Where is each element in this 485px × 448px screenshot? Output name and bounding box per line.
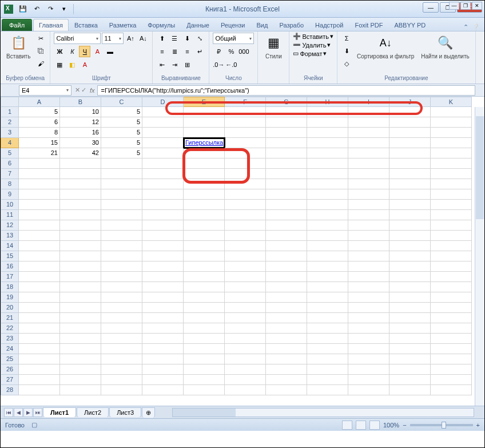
cell[interactable] <box>142 148 184 158</box>
cell[interactable] <box>266 241 307 251</box>
tab-developer[interactable]: Разрабо <box>273 19 309 31</box>
cell[interactable] <box>101 385 142 395</box>
fill-icon[interactable]: ◧ <box>66 59 78 70</box>
font-color-icon[interactable]: A <box>92 46 103 57</box>
cell[interactable] <box>225 251 266 261</box>
zoom-level[interactable]: 100% <box>383 422 399 429</box>
cell[interactable] <box>348 148 389 158</box>
cell[interactable] <box>142 189 184 200</box>
currency-icon[interactable]: ₽ <box>213 46 224 57</box>
cell[interactable] <box>389 303 431 313</box>
cell[interactable] <box>389 117 431 128</box>
cell[interactable] <box>307 128 348 138</box>
cell[interactable] <box>389 251 431 261</box>
italic-button[interactable]: К <box>66 46 78 57</box>
wrap-text-icon[interactable]: ↵ <box>194 46 205 57</box>
styles-button[interactable]: ▦ Стили <box>261 33 285 61</box>
cancel-fx-icon[interactable]: ✕ <box>75 86 80 94</box>
cell[interactable] <box>60 364 101 375</box>
autosum-icon[interactable]: Σ <box>341 33 352 44</box>
cell[interactable] <box>266 138 307 148</box>
cell[interactable] <box>431 138 472 148</box>
cell[interactable] <box>266 313 307 323</box>
cell[interactable] <box>348 364 389 375</box>
cell[interactable] <box>307 169 348 179</box>
number-format-combo[interactable]: Общий▾ <box>213 33 254 44</box>
cell[interactable] <box>266 385 307 395</box>
cell[interactable]: 12 <box>60 117 101 128</box>
cell[interactable] <box>60 241 101 251</box>
cell[interactable] <box>60 189 101 200</box>
cell[interactable] <box>101 334 142 344</box>
zoom-slider[interactable] <box>410 424 473 426</box>
cell[interactable] <box>431 354 472 364</box>
sheet-tab-3[interactable]: Лист3 <box>109 407 141 417</box>
cell[interactable] <box>225 323 266 334</box>
cell[interactable] <box>225 158 266 169</box>
tab-data[interactable]: Данные <box>181 19 215 31</box>
cell[interactable] <box>431 241 472 251</box>
row-header[interactable]: 14 <box>1 241 19 251</box>
cell[interactable] <box>266 323 307 334</box>
cell[interactable] <box>307 179 348 189</box>
paste-button[interactable]: 📋 Вставить <box>4 33 33 61</box>
cell[interactable] <box>225 303 266 313</box>
cell[interactable] <box>307 344 348 354</box>
cell[interactable] <box>348 251 389 261</box>
cell[interactable] <box>142 179 184 189</box>
cell[interactable] <box>60 385 101 395</box>
cell[interactable] <box>142 200 184 210</box>
cell[interactable] <box>225 148 266 158</box>
cell[interactable] <box>19 354 60 364</box>
cell[interactable] <box>431 179 472 189</box>
cell[interactable] <box>101 303 142 313</box>
align-left-icon[interactable]: ≡ <box>156 46 168 57</box>
merge-icon[interactable]: ⊞ <box>181 59 193 70</box>
cell[interactable] <box>348 200 389 210</box>
cell[interactable] <box>307 210 348 220</box>
cell[interactable] <box>389 334 431 344</box>
cell[interactable] <box>431 364 472 375</box>
cell[interactable] <box>307 303 348 313</box>
cell[interactable] <box>19 344 60 354</box>
comma-icon[interactable]: 000 <box>238 46 249 57</box>
tab-foxit[interactable]: Foxit PDF <box>349 19 389 31</box>
cell[interactable] <box>348 241 389 251</box>
cell[interactable]: 6 <box>19 117 60 128</box>
cell[interactable] <box>307 272 348 282</box>
col-A[interactable]: A <box>19 97 60 107</box>
cell[interactable] <box>266 261 307 272</box>
cell[interactable] <box>19 179 60 189</box>
page-layout-view-icon[interactable] <box>356 421 366 430</box>
doc-minimize-button[interactable]: — <box>449 2 459 10</box>
cell[interactable] <box>60 179 101 189</box>
row-header[interactable]: 4 <box>1 138 19 148</box>
cell[interactable]: 10 <box>60 107 101 117</box>
cell[interactable] <box>225 385 266 395</box>
doc-close-button[interactable]: ✕ <box>472 2 482 10</box>
cell[interactable] <box>184 261 225 272</box>
cell[interactable] <box>307 354 348 364</box>
cell[interactable] <box>101 354 142 364</box>
cell[interactable] <box>266 282 307 292</box>
zoom-thumb[interactable] <box>442 422 446 429</box>
zoom-out-icon[interactable]: − <box>403 422 406 429</box>
col-K[interactable]: K <box>431 97 472 107</box>
cell[interactable] <box>101 251 142 261</box>
cell[interactable] <box>142 220 184 231</box>
cell[interactable] <box>101 241 142 251</box>
cell[interactable] <box>266 210 307 220</box>
row-header[interactable]: 22 <box>1 323 19 334</box>
cell[interactable] <box>60 313 101 323</box>
cell[interactable] <box>184 241 225 251</box>
cell[interactable] <box>348 128 389 138</box>
cell[interactable] <box>225 231 266 241</box>
cell[interactable] <box>101 292 142 303</box>
redo-icon[interactable]: ↷ <box>44 3 57 15</box>
cell[interactable] <box>307 117 348 128</box>
cell[interactable] <box>184 364 225 375</box>
cell[interactable] <box>184 117 225 128</box>
hyperlink-cell[interactable]: Гиперссылка <box>184 138 225 148</box>
row-header[interactable]: 13 <box>1 231 19 241</box>
orientation-icon[interactable]: ⤡ <box>194 33 205 44</box>
